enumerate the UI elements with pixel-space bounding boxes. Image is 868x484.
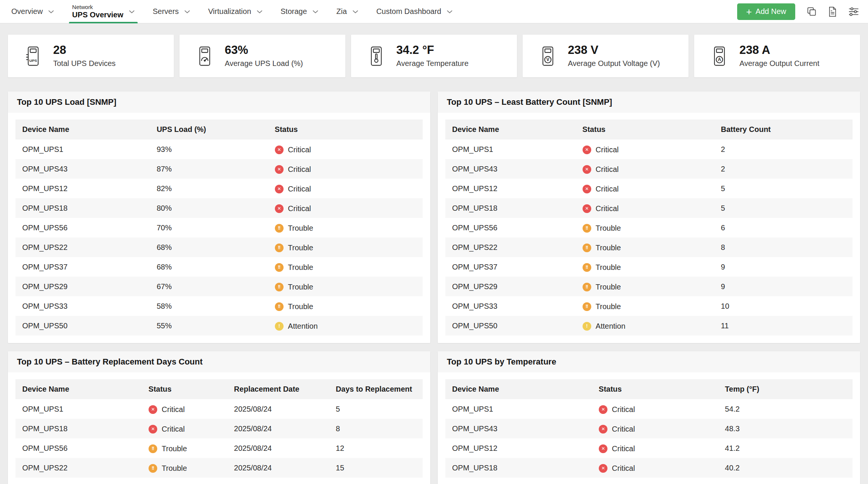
- table-row[interactable]: OPM_UPS1✕Critical2: [445, 139, 853, 159]
- tab-ups-overview[interactable]: NetworkUPS Overview: [72, 0, 135, 23]
- table-row[interactable]: OPM_UPS18✕Critical5: [445, 198, 853, 218]
- status-label: Trouble: [288, 283, 313, 291]
- kpi-card-average-temperature: 34.2 °FAverage Temperature: [351, 35, 517, 77]
- tab-overview[interactable]: Overview: [11, 0, 54, 23]
- value-cell: 93%: [150, 139, 268, 159]
- table-row[interactable]: OPM_UPS22!!Trouble2025/08/2415: [15, 458, 423, 478]
- table-row[interactable]: OPM_UPS56!!Trouble6: [445, 218, 853, 237]
- status-label: Critical: [596, 165, 619, 174]
- settings-sliders-icon[interactable]: [848, 7, 859, 17]
- tab-zia[interactable]: Zia: [336, 0, 358, 23]
- table-row[interactable]: OPM_UPS193%✕Critical: [15, 139, 423, 159]
- status-label: Attention: [596, 322, 626, 331]
- kpi-card-average-output-voltage-v: V238 VAverage Output Voltage (V): [523, 35, 689, 77]
- tab-storage[interactable]: Storage: [281, 0, 318, 23]
- status-badge: ✕Critical: [599, 425, 635, 433]
- table-row[interactable]: OPM_UPS22!!Trouble8: [445, 237, 853, 257]
- chevron-down-icon[interactable]: [48, 10, 54, 14]
- table-row[interactable]: OPM_UPS50!Attention11: [445, 316, 853, 335]
- table-row[interactable]: OPM_UPS1880%✕Critical: [15, 198, 423, 218]
- status-label: Trouble: [288, 224, 313, 233]
- table-row[interactable]: OPM_UPS5670%!!Trouble: [15, 218, 423, 237]
- status-cell: !!Trouble: [142, 458, 227, 478]
- column-header-ups-load: UPS Load (%): [150, 119, 268, 139]
- kpi-card-average-output-current: A238 AAverage Output Current: [694, 35, 860, 77]
- table-row[interactable]: OPM_UPS3768%!!Trouble: [15, 257, 423, 277]
- device-name-cell: OPM_UPS50: [15, 316, 150, 335]
- table-row[interactable]: OPM_UPS43✕Critical2: [445, 159, 853, 179]
- status-cell: !!Trouble: [576, 296, 714, 316]
- status-badge: ✕Critical: [583, 185, 619, 193]
- chevron-down-icon[interactable]: [313, 10, 318, 14]
- table-row[interactable]: OPM_UPS12✕Critical5: [445, 179, 853, 198]
- status-cell: !Attention: [268, 316, 423, 335]
- status-trouble-icon: !!: [275, 302, 284, 311]
- status-critical-icon: ✕: [583, 204, 591, 213]
- status-badge: !!Trouble: [583, 224, 621, 233]
- table-row[interactable]: OPM_UPS29!!Trouble9: [445, 277, 853, 296]
- column-header-status: Status: [268, 119, 423, 139]
- chevron-down-icon[interactable]: [129, 10, 135, 14]
- device-name-cell: OPM_UPS37: [445, 257, 576, 277]
- tab-servers[interactable]: Servers: [153, 0, 190, 23]
- value-cell: 48.3: [718, 419, 853, 438]
- svg-text:V: V: [546, 57, 549, 62]
- device-name-cell: OPM_UPS29: [15, 277, 150, 296]
- status-badge: ✕Critical: [149, 425, 185, 433]
- value-cell: 54.2: [718, 399, 853, 419]
- status-critical-icon: ✕: [583, 146, 591, 154]
- status-trouble-icon: !!: [275, 283, 284, 291]
- plus-icon: +: [746, 7, 752, 17]
- chevron-down-icon[interactable]: [447, 10, 452, 14]
- value-cell: 82%: [150, 179, 268, 198]
- status-cell: !Attention: [576, 316, 714, 335]
- device-name-cell: OPM_UPS22: [15, 237, 150, 257]
- table-row[interactable]: OPM_UPS37!!Trouble9: [445, 257, 853, 277]
- table-row[interactable]: OPM_UPS5055%!Attention: [15, 316, 423, 335]
- value-cell: 9: [714, 277, 853, 296]
- value-cell: 68%: [150, 257, 268, 277]
- table-row[interactable]: OPM_UPS2967%!!Trouble: [15, 277, 423, 296]
- status-badge: !!Trouble: [149, 444, 187, 453]
- status-cell: ✕Critical: [268, 159, 423, 179]
- table-row[interactable]: OPM_UPS2268%!!Trouble: [15, 237, 423, 257]
- status-cell: ✕Critical: [142, 419, 227, 438]
- pages-icon[interactable]: [807, 6, 817, 17]
- table-row[interactable]: OPM_UPS1✕Critical54.2: [445, 399, 853, 419]
- table-row[interactable]: OPM_UPS3358%!!Trouble: [15, 296, 423, 316]
- status-critical-icon: ✕: [599, 425, 607, 433]
- chevron-down-icon[interactable]: [257, 10, 262, 14]
- table-row[interactable]: OPM_UPS12✕Critical41.2: [445, 438, 853, 458]
- table-row[interactable]: OPM_UPS4387%✕Critical: [15, 159, 423, 179]
- status-cell: ✕Critical: [592, 419, 718, 438]
- table-row[interactable]: OPM_UPS1✕Critical2025/08/245: [15, 399, 423, 419]
- status-label: Trouble: [596, 244, 621, 252]
- kpi-label: Average Output Voltage (V): [568, 59, 660, 68]
- chevron-down-icon[interactable]: [353, 10, 358, 14]
- status-trouble-icon: !!: [149, 464, 157, 473]
- status-cell: ✕Critical: [268, 179, 423, 198]
- device-name-cell: OPM_UPS1: [445, 399, 592, 419]
- table-row[interactable]: OPM_UPS56!!Trouble2025/08/2412: [15, 438, 423, 458]
- tab-label: Custom Dashboard: [376, 7, 441, 16]
- device-name-cell: OPM_UPS56: [15, 218, 150, 237]
- table-row[interactable]: OPM_UPS18✕Critical40.2: [445, 458, 853, 478]
- device-name-cell: OPM_UPS18: [445, 458, 592, 478]
- table-row[interactable]: OPM_UPS1282%✕Critical: [15, 179, 423, 198]
- status-critical-icon: ✕: [599, 405, 607, 414]
- status-cell: !!Trouble: [576, 277, 714, 296]
- status-label: Critical: [612, 425, 635, 433]
- table-row[interactable]: OPM_UPS43✕Critical48.3: [445, 419, 853, 438]
- tab-custom-dashboard[interactable]: Custom Dashboard: [376, 0, 452, 23]
- add-new-label: Add New: [756, 7, 786, 16]
- status-badge: !!Trouble: [583, 283, 621, 291]
- table-row[interactable]: OPM_UPS18✕Critical2025/08/248: [15, 419, 423, 438]
- pdf-export-icon[interactable]: [828, 6, 837, 17]
- add-new-button[interactable]: + Add New: [737, 3, 795, 20]
- chevron-down-icon[interactable]: [184, 10, 190, 14]
- device-name-cell: OPM_UPS50: [445, 316, 576, 335]
- device-name-cell: OPM_UPS29: [445, 277, 576, 296]
- ups-current-icon: A: [709, 45, 730, 67]
- table-row[interactable]: OPM_UPS33!!Trouble10: [445, 296, 853, 316]
- tab-virtualization[interactable]: Virtualization: [208, 0, 262, 23]
